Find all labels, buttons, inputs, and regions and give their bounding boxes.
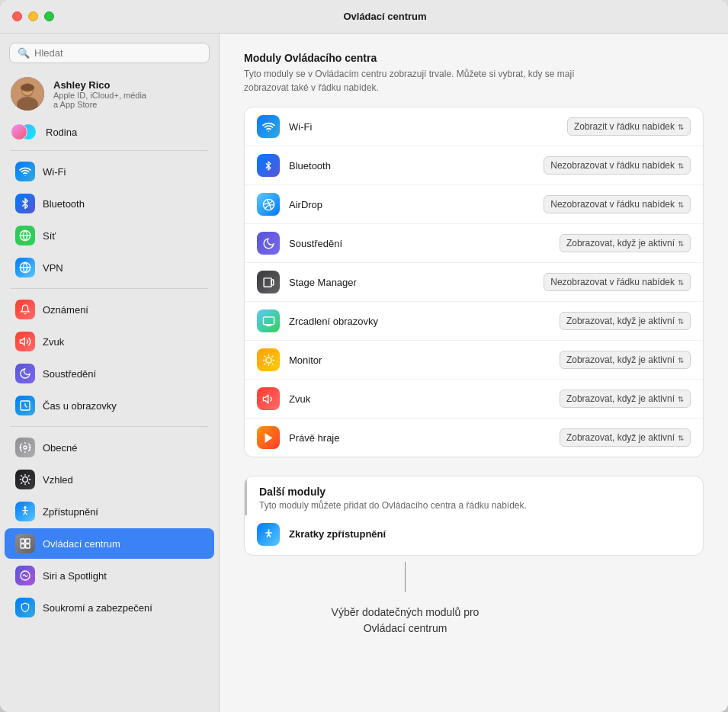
module-stagemanager-icon — [257, 271, 280, 293]
module-dropdown-bluetooth[interactable]: Nezobrazovat v řádku nabídek ⇅ — [544, 156, 691, 175]
svg-rect-17 — [21, 544, 24, 548]
privacy-icon — [15, 598, 35, 617]
screentime-icon — [15, 396, 35, 415]
additional-section: Další moduly Tyto moduly můžete přidat d… — [244, 476, 704, 556]
search-bar[interactable]: 🔍 — [9, 43, 210, 63]
tooltip-line — [405, 562, 406, 592]
module-row-stagemanager: Stage Manager Nezobrazovat v řádku nabíd… — [245, 263, 703, 302]
sidebar-item-bluetooth[interactable]: Bluetooth — [5, 188, 214, 219]
notifications-icon — [15, 300, 35, 319]
dropdown-label: Zobrazovat, když je aktivní — [566, 393, 675, 404]
module-name: Wi-Fi — [289, 121, 567, 133]
module-dropdown-focus[interactable]: Zobrazovat, když je aktivní ⇅ — [560, 234, 691, 252]
tooltip-container: Výběr dodatečných modulů proOvládací cen… — [220, 562, 704, 637]
sidebar-item-wifi[interactable]: Wi-Fi — [5, 156, 214, 187]
svg-point-20 — [268, 130, 268, 131]
svg-rect-24 — [263, 316, 274, 324]
sidebar-item-siri[interactable]: Siri a Spotlight — [5, 560, 214, 591]
sidebar-item-label: Bluetooth — [43, 198, 85, 210]
module-dropdown-monitor[interactable]: Zobrazovat, když je aktivní ⇅ — [560, 351, 691, 369]
module-row-sound: Zvuk Zobrazovat, když je aktivní ⇅ — [245, 380, 703, 419]
sidebar-item-label: Siri a Spotlight — [43, 570, 107, 582]
sidebar-item-label: Vzhled — [43, 474, 73, 486]
module-row-wifi: Wi-Fi Zobrazit v řádku nabídek ⇅ — [245, 107, 703, 146]
svg-rect-16 — [26, 539, 30, 543]
user-profile[interactable]: Ashley Rico Apple ID, iCloud+, médiaa Ap… — [0, 69, 219, 118]
avatar — [11, 77, 44, 111]
minimize-button[interactable] — [28, 11, 38, 21]
dropdown-label: Zobrazovat, když je aktivní — [566, 316, 675, 326]
sidebar-item-network[interactable]: Síť — [5, 220, 214, 251]
wifi-icon — [15, 162, 35, 181]
chevron-icon: ⇅ — [678, 239, 684, 248]
module-name: Monitor — [289, 354, 560, 366]
chevron-icon: ⇅ — [678, 395, 684, 403]
dropdown-label: Nezobrazovat v řádku nabídek — [550, 160, 675, 171]
additional-desc: Tyto moduly můžete přidat do Ovládacího … — [259, 499, 691, 512]
dropdown-label: Zobrazovat, když je aktivní — [566, 238, 675, 249]
module-accessibility-shortcuts-icon — [257, 523, 280, 546]
module-name: Stage Manager — [289, 277, 544, 288]
focus-icon — [15, 364, 35, 383]
sidebar-divider-3 — [11, 426, 208, 427]
search-input[interactable] — [34, 47, 201, 59]
traffic-lights — [12, 11, 54, 21]
module-dropdown-nowplaying[interactable]: Zobrazovat, když je aktivní ⇅ — [560, 428, 691, 447]
sidebar-item-label: Wi-Fi — [43, 166, 66, 178]
sidebar-item-label: Síť — [43, 230, 56, 242]
family-avatar-1 — [11, 123, 27, 140]
sidebar-item-accessibility[interactable]: Zpřístupnění — [5, 496, 214, 527]
sidebar-item-label: Čas u obrazovky — [43, 400, 117, 412]
sidebar-item-label: Zpřístupnění — [43, 506, 98, 518]
chevron-icon: ⇅ — [678, 200, 684, 209]
module-dropdown-airdrop[interactable]: Nezobrazovat v řádku nabídek ⇅ — [544, 195, 691, 213]
module-mirror-icon — [257, 309, 280, 332]
module-nowplaying-icon — [257, 426, 280, 449]
chevron-icon: ⇅ — [678, 356, 684, 364]
module-dropdown-wifi[interactable]: Zobrazit v řádku nabídek ⇅ — [567, 117, 691, 136]
bluetooth-icon — [15, 194, 35, 213]
additional-header: Další moduly Tyto moduly můžete přidat d… — [245, 476, 703, 515]
sidebar-item-focus[interactable]: Soustředění — [5, 358, 214, 389]
svg-point-5 — [24, 175, 25, 176]
module-name: Zrcadlení obrazovky — [289, 316, 560, 327]
chevron-icon: ⇅ — [678, 162, 684, 170]
sidebar-item-appearance[interactable]: Vzhled — [5, 464, 214, 495]
sidebar-item-privacy[interactable]: Soukromí a zabezpečení — [5, 592, 214, 623]
svg-rect-22 — [264, 277, 271, 286]
module-name: Bluetooth — [289, 160, 544, 172]
sidebar-item-sound[interactable]: Zvuk — [5, 326, 214, 357]
sidebar-item-controlcenter[interactable]: Ovládací centrum — [5, 528, 214, 559]
sidebar-item-label: Oznámení — [43, 304, 88, 316]
module-dropdown-sound[interactable]: Zobrazovat, když je aktivní ⇅ — [560, 390, 691, 408]
sidebar-item-screentime[interactable]: Čas u obrazovky — [5, 390, 214, 421]
dropdown-label: Zobrazovat, když je aktivní — [566, 354, 675, 365]
sidebar-item-notifications[interactable]: Oznámení — [5, 294, 214, 325]
module-name: Zkratky zpřístupnění — [289, 528, 691, 540]
sidebar: 🔍 Ashley — [0, 34, 220, 712]
close-button[interactable] — [12, 11, 22, 21]
family-item[interactable]: Rodina — [0, 118, 219, 146]
sidebar-item-general[interactable]: Obecné — [5, 432, 214, 463]
module-name: AirDrop — [289, 199, 544, 210]
svg-rect-18 — [26, 544, 30, 548]
sidebar-item-label: Soukromí a zabezpečení — [43, 602, 152, 614]
dropdown-label: Zobrazit v řádku nabídek — [574, 121, 675, 132]
dropdown-label: Nezobrazovat v řádku nabídek — [550, 199, 675, 210]
titlebar: Ovládací centrum — [0, 0, 728, 34]
module-name: Soustředění — [289, 238, 560, 249]
chevron-icon: ⇅ — [678, 317, 684, 326]
module-wifi-icon — [257, 115, 280, 138]
module-dropdown-mirror[interactable]: Zobrazovat, když je aktivní ⇅ — [560, 312, 691, 330]
svg-rect-23 — [271, 279, 274, 284]
maximize-button[interactable] — [44, 11, 54, 21]
sidebar-item-vpn[interactable]: VPN — [5, 252, 214, 283]
svg-marker-26 — [263, 395, 268, 403]
sidebar-item-label: Ovládací centrum — [43, 538, 120, 550]
module-row-mirror: Zrcadlení obrazovky Zobrazovat, když je … — [245, 302, 703, 341]
module-dropdown-stagemanager[interactable]: Nezobrazovat v řádku nabídek ⇅ — [544, 273, 691, 291]
modules-section-desc: Tyto moduly se v Ovládacím centru zobraz… — [244, 67, 704, 95]
module-row-airdrop: AirDrop Nezobrazovat v řádku nabídek ⇅ — [245, 185, 703, 224]
svg-point-13 — [23, 477, 28, 483]
svg-point-4 — [21, 84, 34, 91]
